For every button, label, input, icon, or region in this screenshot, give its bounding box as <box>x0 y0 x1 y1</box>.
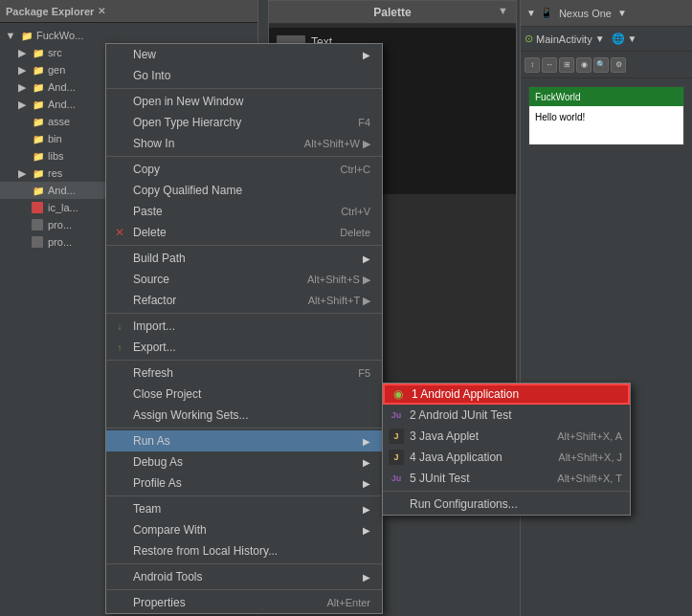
submenu-item-android-application[interactable]: ◉ 1 Android Application <box>383 384 630 405</box>
menu-export-label: Export... <box>133 341 370 354</box>
menu-item-paste[interactable]: Paste Ctrl+V <box>106 201 382 222</box>
submenu-arrow-icon: ▶ <box>363 572 370 583</box>
package-explorer-title: Package Explorer <box>6 6 94 17</box>
tree-label: pro... <box>48 236 72 248</box>
nexus-device-name: Nexus One <box>559 8 612 19</box>
toolbar-btn-2[interactable]: ↔ <box>542 57 557 73</box>
nexus-toolbar: ↕ ↔ ⊞ ◉ 🔍 ⚙ <box>521 52 692 78</box>
spacer <box>15 184 29 197</box>
menu-shortcut: Delete <box>340 227 370 238</box>
spacer <box>15 218 29 231</box>
close-icon[interactable]: ✕ <box>98 6 105 16</box>
menu-item-close-project[interactable]: Close Project <box>106 384 382 405</box>
submenu-item-run-configurations[interactable]: Run Configurations... <box>383 494 630 515</box>
menu-refresh-label: Refresh <box>133 366 339 380</box>
menu-shortcut: Alt+Shift+S ▶ <box>307 274 370 286</box>
submenu-item-java-applet[interactable]: J 3 Java Applet Alt+Shift+X, A <box>383 426 630 447</box>
menu-separator-4 <box>106 313 382 314</box>
menu-item-run-as[interactable]: Run As ▶ <box>106 430 382 451</box>
menu-item-source[interactable]: Source Alt+Shift+S ▶ <box>106 269 382 290</box>
menu-item-copy-qualified[interactable]: Copy Qualified Name <box>106 180 382 201</box>
menu-item-android-tools[interactable]: Android Tools ▶ <box>106 566 382 587</box>
menu-item-export[interactable]: ↑ Export... <box>106 337 382 358</box>
menu-debug-as-label: Debug As <box>133 455 363 469</box>
toolbar-btn-1[interactable]: ↕ <box>525 57 540 73</box>
menu-restore-local-label: Restore from Local History... <box>133 544 370 558</box>
menu-item-assign-working-sets[interactable]: Assign Working Sets... <box>106 405 382 426</box>
submenu-java-applet-label: 3 Java Applet <box>410 429 538 443</box>
image-icon <box>32 202 43 213</box>
menu-item-open-new-window[interactable]: Open in New Window <box>106 91 382 112</box>
menu-item-compare-with[interactable]: Compare With ▶ <box>106 519 382 540</box>
folder-icon: 📁 <box>32 98 45 111</box>
menu-separator-9 <box>106 589 382 590</box>
java-applet-icon: J <box>389 429 404 444</box>
menu-separator-5 <box>106 360 382 361</box>
menu-item-restore-local[interactable]: Restore from Local History... <box>106 540 382 561</box>
menu-source-label: Source <box>133 273 288 286</box>
run-as-submenu: ◉ 1 Android Application Ju 2 Android JUn… <box>382 383 631 516</box>
tree-label: FuckWo... <box>36 30 83 41</box>
activity-dropdown-icon[interactable]: ▼ <box>595 33 605 44</box>
menu-item-new[interactable]: New ▶ <box>106 44 382 65</box>
tree-label: And... <box>48 99 76 110</box>
ide-background: Package Explorer ✕ ▼ 📁 FuckWo... ▶ 📁 src… <box>0 0 692 616</box>
folder-icon: 📁 <box>32 184 45 197</box>
menu-build-path-label: Build Path <box>133 252 363 265</box>
android-run-icon: ◉ <box>391 386 406 402</box>
expand-icon: ▶ <box>15 63 29 77</box>
tree-label: pro... <box>48 219 72 231</box>
device-dropdown-icon[interactable]: ▼ <box>617 8 627 18</box>
submenu-item-java-application[interactable]: J 4 Java Application Alt+Shift+X, J <box>383 447 630 468</box>
menu-open-type-hierarchy-label: Open Type Hierarchy <box>133 116 339 129</box>
dropdown-icon[interactable]: ▼ <box>526 8 536 18</box>
submenu-item-android-junit[interactable]: Ju 2 Android JUnit Test <box>383 405 630 426</box>
menu-item-build-path[interactable]: Build Path ▶ <box>106 248 382 269</box>
context-menu: New ▶ Go Into Open in New Window Open Ty… <box>105 43 383 614</box>
expand-icon: ▶ <box>15 98 29 111</box>
folder-icon: 📁 <box>32 132 45 145</box>
menu-item-delete[interactable]: ✕ Delete Delete <box>106 222 382 243</box>
spacer <box>15 235 29 249</box>
menu-item-import[interactable]: ↓ Import... <box>106 316 382 337</box>
submenu-run-config-label: Run Configurations... <box>410 497 622 511</box>
folder-icon: 📁 <box>32 46 45 59</box>
menu-item-copy[interactable]: Copy Ctrl+C <box>106 159 382 180</box>
menu-item-debug-as[interactable]: Debug As ▶ <box>106 451 382 473</box>
toolbar-btn-6[interactable]: ⚙ <box>611 57 626 73</box>
folder-icon: 📁 <box>32 115 45 128</box>
folder-icon: 📁 <box>32 149 45 163</box>
menu-item-team[interactable]: Team ▶ <box>106 498 382 519</box>
submenu-arrow-icon: ▶ <box>363 436 370 447</box>
menu-copy-label: Copy <box>133 163 322 176</box>
junit-test-icon: Ju <box>389 471 404 486</box>
submenu-item-junit-test[interactable]: Ju 5 JUnit Test Alt+Shift+X, T <box>383 468 630 489</box>
palette-header: Palette ▼ <box>269 1 516 24</box>
globe-dropdown-icon[interactable]: ▼ <box>628 33 637 44</box>
menu-compare-with-label: Compare With <box>133 523 363 537</box>
toolbar-btn-5[interactable]: 🔍 <box>593 57 609 73</box>
tree-label: ic_la... <box>48 202 78 213</box>
menu-item-properties[interactable]: Properties Alt+Enter <box>106 592 382 613</box>
tree-label: res <box>48 167 62 179</box>
toolbar-btn-3[interactable]: ⊞ <box>559 57 574 73</box>
menu-run-as-label: Run As <box>133 434 363 448</box>
submenu-separator <box>383 491 630 492</box>
globe-icon[interactable]: 🌐 <box>612 33 625 45</box>
folder-icon: 📁 <box>32 166 45 180</box>
activity-icon: ⊙ <box>525 33 533 45</box>
menu-item-go-into[interactable]: Go Into <box>106 65 382 86</box>
menu-item-profile-as[interactable]: Profile As ▶ <box>106 473 382 494</box>
palette-collapse-icon[interactable]: ▼ <box>498 5 508 16</box>
menu-item-open-type-hierarchy[interactable]: Open Type Hierarchy F4 <box>106 112 382 133</box>
folder-icon: 📁 <box>32 63 45 77</box>
tree-item-fuckworld[interactable]: ▼ 📁 FuckWo... <box>0 27 257 44</box>
menu-item-refresh[interactable]: Refresh F5 <box>106 363 382 384</box>
submenu-junit-test-label: 5 JUnit Test <box>410 472 538 485</box>
menu-item-show-in[interactable]: Show In Alt+Shift+W ▶ <box>106 133 382 154</box>
menu-new-label: New <box>133 48 363 61</box>
menu-shortcut: F4 <box>358 117 370 128</box>
menu-item-refactor[interactable]: Refactor Alt+Shift+T ▶ <box>106 290 382 311</box>
expand-icon: ▶ <box>15 46 29 59</box>
toolbar-btn-4[interactable]: ◉ <box>576 57 592 73</box>
